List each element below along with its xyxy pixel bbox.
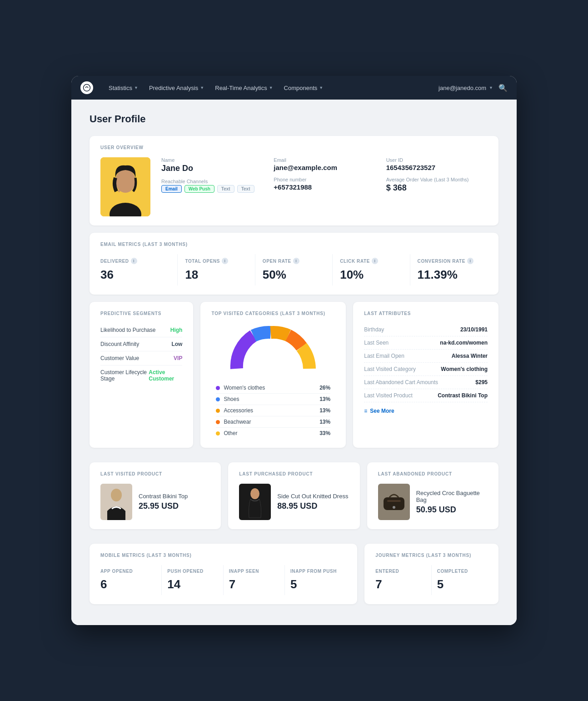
attr-row-cartamount: Last Abandoned Cart Amounts $295: [364, 376, 488, 389]
nav-item-predictive[interactable]: Predictive Analysis ▼: [145, 82, 209, 94]
metric-conversion-value: 11.39%: [418, 268, 480, 282]
svg-rect-10: [387, 500, 401, 502]
attr-row-lastproduct: Last Visited Product Contrast Bikini Top: [364, 389, 488, 402]
journey-metric-completed-value: 5: [437, 577, 482, 591]
info-icon[interactable]: i: [293, 258, 299, 264]
donut-chart: [228, 323, 319, 373]
metric-clickrate: CLICK RATE i 10%: [333, 254, 410, 285]
svg-point-3: [115, 169, 135, 193]
avatar: [100, 157, 150, 216]
user-id-col: User ID 1654356723527 Average Order Valu…: [386, 157, 488, 193]
svg-point-11: [393, 506, 395, 509]
product-section: LAST VISITED PRODUCT Contrast Bikini Top: [90, 462, 498, 536]
attr-row-birthday: Birthday 23/10/1991: [364, 323, 488, 336]
legend-dot-accessories: [216, 409, 220, 413]
chevron-down-icon: ▼: [489, 85, 493, 90]
see-more-button[interactable]: ≡ See More: [364, 408, 488, 414]
legend-item-other: Other 33%: [216, 428, 330, 439]
user-menu[interactable]: jane@janedo.com ▼: [439, 85, 493, 91]
email-metrics-title: EMAIL METRICS (LAST 3 MONTHS): [100, 242, 488, 247]
journey-metric-entered: ENTERED 7: [375, 565, 431, 595]
channels-label: Reachable Channels: [161, 179, 263, 184]
chevron-down-icon: ▼: [269, 85, 273, 90]
userid-label: User ID: [386, 157, 488, 163]
nav-item-statistics[interactable]: Statistics ▼: [104, 82, 143, 94]
info-icon[interactable]: i: [467, 258, 473, 264]
chevron-down-icon: ▼: [134, 85, 138, 90]
channel-badge-email: Email: [161, 185, 182, 193]
top-categories-card: TOP VISITED CATEGORIES (LAST 3 MONTHS): [200, 302, 346, 448]
mobile-metrics-title: MOBILE METRICS (LAST 3 MONTHS): [100, 553, 346, 558]
metric-openrate-value: 50%: [263, 268, 325, 282]
svg-point-7: [250, 488, 259, 499]
last-purchased-product-card: LAST PURCHASED PRODUCT Side Cut Out Knit…: [228, 462, 359, 529]
chart-container: Women's clothes 26% Shoes 13%: [211, 323, 335, 439]
user-name: Jane Do: [161, 164, 263, 173]
email-metrics-card: EMAIL METRICS (LAST 3 MONTHS) DELIVERED …: [90, 233, 498, 295]
journey-metric-entered-value: 7: [375, 577, 425, 591]
user-phone: +657321988: [274, 183, 375, 191]
nav-menu: Statistics ▼ Predictive Analysis ▼ Real-…: [104, 82, 428, 94]
last-visited-title: LAST VISITED PRODUCT: [100, 471, 210, 476]
attr-row-lastemailopen: Last Email Open Alessa Winter: [364, 350, 488, 363]
legend-item-accessories: Accessories 13%: [216, 405, 330, 416]
product-inner-abandoned: Recycled Croc Baguette Bag 50.95 USD: [378, 484, 488, 520]
info-icon[interactable]: i: [131, 258, 137, 264]
mobile-metric-inappfrompush: INAPP FROM PUSH 5: [285, 565, 346, 595]
segment-value-value: VIP: [174, 355, 182, 361]
legend-item-beachwear: Beachwear 13%: [216, 416, 330, 428]
mobile-metrics-card: MOBILE METRICS (LAST 3 MONTHS) APP OPENE…: [90, 544, 357, 604]
nav-item-realtime[interactable]: Real-Time Analytics ▼: [210, 82, 277, 94]
bottom-row: MOBILE METRICS (LAST 3 MONTHS) APP OPENE…: [90, 544, 498, 611]
chevron-down-icon: ▼: [319, 85, 323, 90]
last-attributes-title: LAST ATTRIBUTES: [364, 311, 488, 316]
user-overview-grid: Name Jane Do Reachable Channels Email We…: [100, 157, 488, 216]
mobile-metric-pushopened: PUSH OPENED 14: [162, 565, 223, 595]
logo[interactable]: [80, 81, 93, 94]
product-img-purchased: [239, 484, 271, 520]
product-inner-visited: Contrast Bikini Top 25.95 USD: [100, 484, 210, 520]
metric-opens: TOTAL OPENS i 18: [178, 254, 255, 285]
page-title: User Profile: [90, 113, 498, 125]
search-icon[interactable]: 🔍: [498, 84, 508, 92]
metric-delivered: DELIVERED i 36: [100, 254, 178, 285]
product-info-abandoned: Recycled Croc Baguette Bag 50.95 USD: [416, 490, 488, 515]
email-label: Email: [274, 157, 375, 163]
user-id: 1654356723527: [386, 164, 488, 171]
user-name-col: Name Jane Do Reachable Channels Email We…: [161, 157, 263, 193]
user-email: jane@example.com: [274, 164, 375, 171]
product-inner-purchased: Side Cut Out Knitted Dress 88.95 USD: [239, 484, 349, 520]
attr-row-lastseen: Last Seen na-kd.com/women: [364, 336, 488, 350]
journey-metrics-card: JOURNEY METRICS (LAST 3 MONTHS) ENTERED …: [364, 544, 498, 604]
info-icon[interactable]: i: [372, 258, 378, 264]
metric-openrate: OPEN RATE i 50%: [255, 254, 333, 285]
predictive-segments-card: PREDICTIVE SEGMENTS Likelihood to Purcha…: [90, 302, 193, 448]
segment-value-lifecycle: Active Customer: [149, 369, 182, 382]
svg-point-5: [111, 489, 122, 501]
product-name-purchased: Side Cut Out Knitted Dress: [277, 493, 348, 500]
product-info-visited: Contrast Bikini Top 25.95 USD: [139, 493, 188, 511]
segment-value-discount: Low: [171, 341, 182, 347]
mobile-metric-inappseen-value: 7: [229, 577, 279, 591]
product-img-abandoned: [378, 484, 410, 520]
info-icon[interactable]: i: [222, 258, 228, 264]
name-label: Name: [161, 157, 263, 163]
segment-row-purchase: Likelihood to Purchase High: [100, 323, 182, 337]
metric-conversion: CONVERSION RATE i 11.39%: [410, 254, 488, 285]
aov-label: Average Order Value (Last 3 Months): [386, 177, 488, 182]
user-email-col: Email jane@example.com Phone number +657…: [274, 157, 375, 191]
segment-row-discount: Discount Affinity Low: [100, 337, 182, 351]
channels-row: Email Web Push Text Text: [161, 185, 263, 193]
last-purchased-title: LAST PURCHASED PRODUCT: [239, 471, 349, 476]
three-col-section: PREDICTIVE SEGMENTS Likelihood to Purcha…: [90, 302, 498, 455]
legend-dot-other: [216, 431, 220, 436]
user-overview-title: USER OVERVIEW: [100, 145, 488, 150]
product-price-abandoned: 50.95 USD: [416, 505, 488, 515]
navbar-right: jane@janedo.com ▼ 🔍: [439, 84, 508, 92]
nav-item-components[interactable]: Components ▼: [279, 82, 328, 94]
product-name-abandoned: Recycled Croc Baguette Bag: [416, 490, 488, 503]
segment-row-lifecycle: Customer Lifecycle Stage Active Customer: [100, 366, 182, 386]
metric-delivered-value: 36: [100, 268, 170, 282]
product-info-purchased: Side Cut Out Knitted Dress 88.95 USD: [277, 493, 348, 511]
legend-item-womenclothes: Women's clothes 26%: [216, 382, 330, 394]
